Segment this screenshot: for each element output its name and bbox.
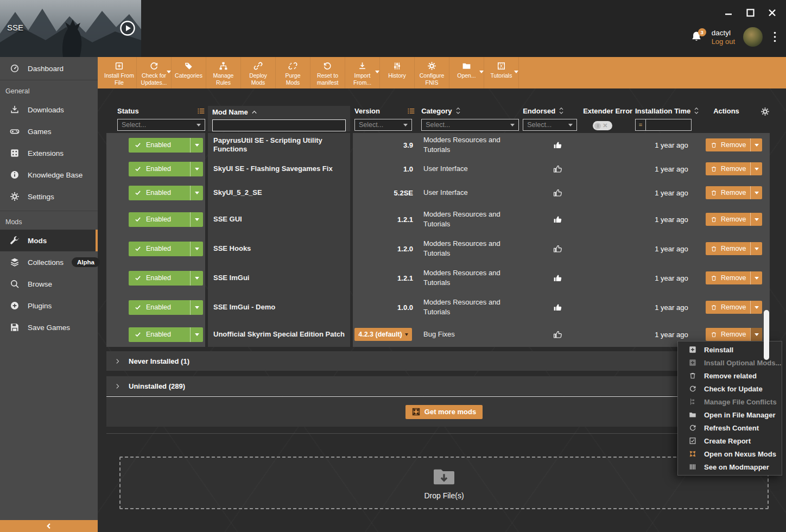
status-dropdown-caret[interactable] <box>190 212 203 227</box>
overflow-menu-icon[interactable] <box>771 31 778 43</box>
column-header-status[interactable]: Status <box>117 107 139 115</box>
context-item-open-on-nexus-mods[interactable]: Open on Nexus Mods <box>678 447 782 460</box>
extender-error-filter-toggle[interactable]: ✕ <box>593 121 612 130</box>
remove-dropdown-caret[interactable] <box>750 162 762 175</box>
status-filter-select[interactable]: Select... <box>117 119 205 131</box>
mod-status-toggle[interactable]: Enabled <box>129 242 203 256</box>
close-button[interactable] <box>766 7 777 18</box>
sidebar-item-extensions[interactable]: Extensions <box>0 142 98 164</box>
drop-files-zone[interactable]: Drop File(s) <box>119 457 769 509</box>
context-item-check-for-update[interactable]: Check for Update <box>678 382 782 395</box>
mod-status-toggle[interactable]: Enabled <box>129 162 203 176</box>
play-game-icon[interactable] <box>119 20 136 36</box>
endorse-thumb-icon[interactable] <box>553 215 562 224</box>
toolbar-manage-rules[interactable]: Manage Rules <box>206 57 241 88</box>
mod-status-toggle[interactable]: Enabled <box>129 186 203 200</box>
endorse-thumb-icon[interactable] <box>553 244 562 254</box>
sidebar-item-browse[interactable]: Browse <box>0 273 98 295</box>
toolbar-tutorials[interactable]: Tutorials <box>484 57 519 88</box>
remove-dropdown-caret[interactable] <box>750 213 762 226</box>
mod-status-toggle[interactable]: Enabled <box>129 138 203 153</box>
context-item-see-on-modmapper[interactable]: See on Modmapper <box>678 460 782 473</box>
minimize-button[interactable] <box>723 7 734 18</box>
status-dropdown-caret[interactable] <box>190 186 203 200</box>
context-item-open-in-file-manager[interactable]: Open in File Manager <box>678 408 782 421</box>
status-dropdown-caret[interactable] <box>190 300 203 315</box>
status-dropdown-caret[interactable] <box>190 242 203 256</box>
version-filter-select[interactable]: Select... <box>354 119 412 131</box>
get-more-mods-button[interactable]: Get more mods <box>405 405 483 419</box>
sidebar-item-save-games[interactable]: Save Games <box>0 316 98 338</box>
avatar[interactable] <box>743 27 763 47</box>
mod-status-toggle[interactable]: Enabled <box>129 300 203 315</box>
mod-name[interactable]: SkyUI_5_2_SE <box>213 188 262 197</box>
toolbar-import-from[interactable]: Import From... <box>345 57 380 88</box>
column-header-endorsed[interactable]: Endorsed <box>523 107 555 115</box>
status-dropdown-caret[interactable] <box>190 271 203 286</box>
toolbar-deploy-mods[interactable]: Deploy Mods <box>241 57 276 88</box>
remove-mod-button[interactable]: Remove <box>706 213 762 226</box>
mod-name[interactable]: Unofficial Skyrim Special Edition Patch <box>213 330 345 339</box>
mod-status-toggle[interactable]: Enabled <box>129 212 203 227</box>
toolbar-configure-fnis[interactable]: Configure FNIS <box>415 57 449 88</box>
column-header-extender-error[interactable]: Extender Error <box>583 107 632 115</box>
context-item-refresh-content[interactable]: Refresh Content <box>678 421 782 434</box>
remove-dropdown-caret[interactable] <box>750 301 762 314</box>
toolbar-reset-to-manifest[interactable]: Reset to manifest <box>310 57 345 88</box>
maximize-button[interactable] <box>745 7 756 18</box>
remove-mod-button[interactable]: Remove <box>706 186 762 199</box>
column-header-version[interactable]: Version <box>354 107 380 115</box>
toolbar-purge-mods[interactable]: Purge Mods <box>276 57 310 88</box>
scrollbar-thumb[interactable] <box>764 310 769 360</box>
toolbar-install-from-file[interactable]: Install From File <box>102 57 137 88</box>
sidebar-item-downloads[interactable]: Downloads <box>0 99 98 121</box>
category-filter-select[interactable]: Select... <box>421 119 519 131</box>
remove-mod-button[interactable]: Remove <box>706 242 762 255</box>
group-by-icon[interactable] <box>407 107 415 115</box>
mod-name-filter-input[interactable] <box>212 119 346 131</box>
sidebar-item-dashboard[interactable]: Dashboard <box>0 57 98 80</box>
mod-status-toggle[interactable]: Enabled <box>129 327 203 342</box>
endorse-thumb-icon[interactable] <box>553 274 562 283</box>
remove-dropdown-caret[interactable] <box>750 328 762 341</box>
logout-link[interactable]: Log out <box>712 37 735 46</box>
collapse-sidebar-button[interactable] <box>0 520 98 532</box>
group-by-icon[interactable] <box>197 107 205 115</box>
time-filter-input[interactable] <box>646 119 692 131</box>
notifications-button[interactable]: 3 <box>690 30 703 43</box>
column-header-mod-name[interactable]: Mod Name <box>212 108 248 116</box>
remove-mod-button[interactable]: Remove <box>706 301 762 314</box>
remove-mod-button[interactable]: Remove <box>706 328 762 341</box>
column-header-category[interactable]: Category <box>421 107 452 115</box>
status-dropdown-caret[interactable] <box>190 162 203 176</box>
sidebar-item-knowledge-base[interactable]: Knowledge Base <box>0 164 98 186</box>
endorse-thumb-icon[interactable] <box>553 164 562 174</box>
remove-mod-button[interactable]: Remove <box>706 162 762 175</box>
time-filter-operator[interactable]: = <box>635 119 646 131</box>
mod-name[interactable]: SSE ImGui <box>213 274 249 282</box>
toolbar-check-for-updates[interactable]: Check for Updates... <box>137 57 172 88</box>
mod-name[interactable]: SkyUI SE - Flashing Savegames Fix <box>213 164 333 173</box>
remove-mod-button[interactable]: Remove <box>706 138 762 151</box>
mod-status-toggle[interactable]: Enabled <box>129 271 203 286</box>
column-header-installation-time[interactable]: Installation Time <box>635 107 690 115</box>
endorse-thumb-icon[interactable] <box>553 330 562 339</box>
context-item-remove-related[interactable]: Remove related <box>678 369 782 382</box>
table-settings-gear-icon[interactable] <box>760 107 770 116</box>
mod-name[interactable]: SSE ImGui - Demo <box>213 303 275 312</box>
sidebar-item-settings[interactable]: Settings <box>0 186 98 207</box>
toolbar-history[interactable]: History <box>380 57 415 88</box>
mod-name[interactable]: SSE GUI <box>213 215 242 224</box>
remove-dropdown-caret[interactable] <box>750 242 762 255</box>
sidebar-item-collections[interactable]: Collections Alpha <box>0 251 98 273</box>
sidebar-item-plugins[interactable]: Plugins <box>0 295 98 316</box>
remove-dropdown-caret[interactable] <box>750 271 762 284</box>
toolbar-categories[interactable]: Categories <box>172 57 206 88</box>
status-dropdown-caret[interactable] <box>190 327 203 342</box>
sidebar-item-games[interactable]: Games <box>0 121 98 142</box>
mod-name[interactable]: PapyrusUtil SE - Scripting Utility Funct… <box>213 136 345 154</box>
endorse-thumb-icon[interactable] <box>553 141 562 150</box>
endorsed-filter-select[interactable]: Select... <box>523 119 577 131</box>
context-item-manage-file-conflicts[interactable]: Manage File Conflicts <box>678 395 782 408</box>
remove-dropdown-caret[interactable] <box>750 138 762 151</box>
